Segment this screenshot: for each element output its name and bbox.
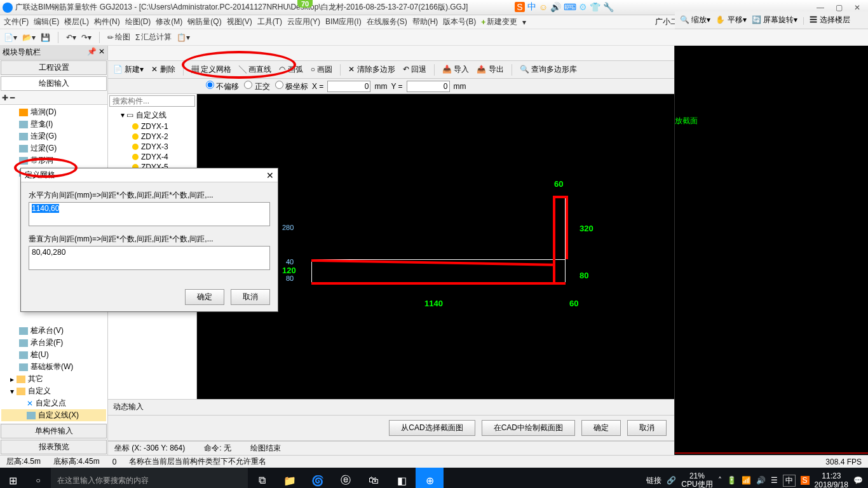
- tree-niche[interactable]: 壁龛(I): [1, 118, 106, 130]
- new-component-button[interactable]: 📄 新建▾: [113, 64, 144, 75]
- left-icon-bar[interactable]: ✚ ━: [0, 92, 107, 105]
- sogou-toolbar[interactable]: S 中 ☺🔊⌨⚙👕🔧: [515, 1, 614, 13]
- undo-button[interactable]: ↶▾: [66, 33, 76, 42]
- tree-customline[interactable]: 自定义线(X): [1, 409, 106, 421]
- menu-cloud[interactable]: 云应用(Y): [287, 17, 320, 27]
- ggj-app-icon[interactable]: ⊕: [416, 468, 444, 488]
- tab-draw-input[interactable]: 绘图输入: [1, 76, 107, 91]
- menu-modify[interactable]: 修改(M): [156, 17, 182, 27]
- tray-sync-icon[interactable]: 🔗: [667, 476, 676, 485]
- menu-file[interactable]: 文件(F): [4, 17, 29, 27]
- menu-draw[interactable]: 绘图(D): [125, 17, 151, 27]
- cad-draw-button[interactable]: 在CAD中绘制截面图: [482, 420, 575, 436]
- vertical-input[interactable]: 80,40,280: [29, 246, 270, 270]
- tree-foundband[interactable]: 基础板带(W): [1, 361, 106, 373]
- export-button[interactable]: 📤 导出: [477, 64, 503, 75]
- radio-polar[interactable]: 极坐标: [275, 81, 308, 92]
- draw-circle-button[interactable]: ○ 画圆: [311, 64, 333, 75]
- floor-selector[interactable]: [108, 46, 674, 61]
- tray-clock[interactable]: 11:23 2018/9/18: [815, 471, 848, 488]
- tab-project-settings[interactable]: 工程设置: [1, 60, 107, 75]
- cad-select-button[interactable]: 从CAD选择截面图: [389, 420, 475, 436]
- tree-custompoint[interactable]: ✕自定义点: [1, 397, 106, 409]
- redo-button[interactable]: ↷▾: [81, 33, 92, 42]
- tray-sound[interactable]: 🔊: [756, 476, 766, 485]
- radio-nooffset[interactable]: 不偏移: [206, 81, 239, 92]
- menu-tools[interactable]: 工具(T): [257, 17, 282, 27]
- dialog-ok-button[interactable]: 确定: [185, 289, 224, 305]
- tray-notifications[interactable]: 💬: [853, 476, 863, 485]
- tree-zdyx4[interactable]: ZDYX-4: [109, 152, 195, 162]
- tray-chevron[interactable]: ˄: [718, 476, 722, 485]
- new-file-button[interactable]: 📄▾: [4, 33, 17, 42]
- rotate-button[interactable]: 🔄 屏幕旋转▾: [752, 15, 797, 25]
- tree-other[interactable]: ▸ 其它: [1, 373, 106, 385]
- dialog-cancel-button[interactable]: 取消: [231, 289, 270, 305]
- pin-icon[interactable]: 📌 ✕: [87, 47, 105, 58]
- menu-component[interactable]: 构件(N): [94, 17, 120, 27]
- folder-icon[interactable]: 📁: [276, 468, 304, 488]
- close-button[interactable]: ✕: [854, 3, 860, 12]
- menu-help[interactable]: 帮助(H): [412, 17, 438, 27]
- menu-online[interactable]: 在线服务(S): [367, 17, 407, 27]
- select-floor-button[interactable]: ☰ 选择楼层: [810, 15, 850, 25]
- tree-pile[interactable]: 桩(U): [1, 349, 106, 361]
- tab-single-input[interactable]: 单构件输入: [1, 424, 107, 438]
- tray-ime[interactable]: 中: [783, 475, 796, 487]
- menu-version[interactable]: 版本号(B): [443, 17, 476, 27]
- tree-zdyx1[interactable]: ZDYX-1: [109, 121, 195, 132]
- cancel-button[interactable]: 取消: [627, 420, 667, 436]
- draw-arc-button[interactable]: ◠ 画弧: [279, 64, 302, 75]
- x-input[interactable]: [327, 81, 370, 92]
- tree-zdyx3[interactable]: ZDYX-3: [109, 142, 195, 152]
- ok-button[interactable]: 确定: [581, 420, 621, 436]
- app-icon-2[interactable]: ◧: [388, 468, 416, 488]
- query-polygon-button[interactable]: 🔍 查询多边形库: [520, 64, 577, 75]
- minimize-button[interactable]: —: [817, 3, 824, 12]
- undo-draw-button[interactable]: ↶ 回退: [403, 64, 426, 75]
- dynamic-input-bar[interactable]: 动态输入: [108, 399, 674, 416]
- define-grid-button[interactable]: ▦ 定义网格: [191, 64, 231, 75]
- tray-battery[interactable]: 🔋: [727, 476, 736, 485]
- radio-ortho[interactable]: 正交: [244, 81, 269, 92]
- tree-capbeam[interactable]: 承台梁(F): [1, 337, 106, 349]
- save-button[interactable]: 💾: [41, 33, 50, 42]
- sum-button[interactable]: Σ 汇总计算: [135, 32, 172, 43]
- tree-custom[interactable]: ▾ 自定义: [1, 385, 106, 397]
- tree-root[interactable]: ▾ ▭ 自定义线: [109, 109, 195, 121]
- app-icon-1[interactable]: 🌀: [304, 468, 332, 488]
- zoom-button[interactable]: 🔍 缩放▾: [680, 15, 710, 25]
- dialog-close-button[interactable]: ✕: [266, 170, 274, 180]
- taskbar-search[interactable]: 在这里输入你要搜索的内容: [51, 468, 248, 488]
- clear-polygon-button[interactable]: ✕ 清除多边形: [348, 64, 395, 75]
- search-input[interactable]: [109, 95, 195, 107]
- tray-lang[interactable]: ☰: [771, 476, 778, 485]
- maximize-button[interactable]: ▢: [836, 3, 843, 12]
- open-file-button[interactable]: 📂▾: [22, 33, 36, 42]
- tray-wifi[interactable]: 📶: [742, 476, 751, 485]
- draw-button[interactable]: ✏ 绘图: [107, 32, 130, 43]
- task-view-icon[interactable]: ⧉: [248, 468, 276, 488]
- cortana-icon[interactable]: ○: [25, 476, 51, 485]
- menu-view[interactable]: 视图(V): [227, 17, 252, 27]
- store-icon[interactable]: 🛍: [360, 468, 388, 488]
- tray-sogou[interactable]: S: [801, 476, 810, 485]
- tree-zdyx2[interactable]: ZDYX-2: [109, 132, 195, 142]
- new-change-button[interactable]: 新建变更: [481, 17, 517, 27]
- y-input[interactable]: [407, 81, 450, 92]
- menu-bim[interactable]: BIM应用(I): [325, 17, 362, 27]
- ime-cn[interactable]: 中: [527, 1, 536, 13]
- tree-pilecap[interactable]: 桩承台(V): [1, 325, 106, 337]
- tree-striphole[interactable]: 带形洞: [1, 154, 106, 166]
- tree-lintel[interactable]: 连梁(G): [1, 130, 106, 142]
- tree-beam[interactable]: 过梁(G): [1, 142, 106, 154]
- tab-report[interactable]: 报表预览: [1, 440, 107, 454]
- tree-wallhole[interactable]: 墙洞(D): [1, 106, 106, 118]
- start-button[interactable]: ⊞: [0, 475, 25, 487]
- pan-button[interactable]: ✋ 平移▾: [715, 15, 746, 25]
- draw-line-button[interactable]: ╲ 画直线: [239, 64, 271, 75]
- edge-icon[interactable]: ⓔ: [332, 468, 360, 488]
- menu-rebar[interactable]: 钢筋量(Q): [187, 17, 221, 27]
- more-button[interactable]: 📋▾: [177, 33, 190, 42]
- horizontal-input[interactable]: 1140,60: [29, 202, 270, 226]
